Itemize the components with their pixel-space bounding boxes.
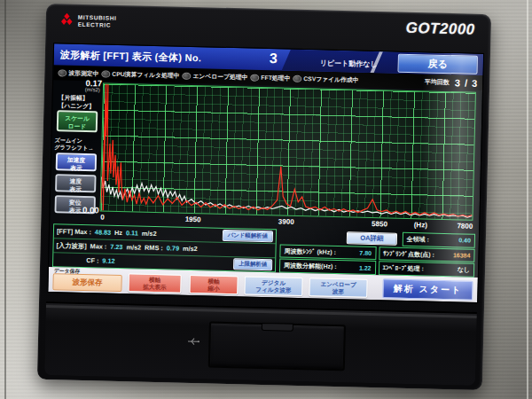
status-lamp-icon <box>101 70 110 77</box>
x-axis-zoom-out-button[interactable]: 横軸 縮小 <box>189 274 238 293</box>
waveform-save-button[interactable]: 波形保存 <box>52 273 121 292</box>
fft-max-amplitude: 0.11 <box>126 229 138 237</box>
status-lamp-icon <box>182 72 191 79</box>
fft-chart <box>100 83 476 221</box>
fft-trace-svg <box>101 84 475 220</box>
x-axis-zoom-in-button[interactable]: 横軸 拡大表示 <box>128 273 181 293</box>
usb-interface-cover[interactable] <box>208 322 346 372</box>
lamp-measuring: 波形測定中 <box>58 68 98 78</box>
analysis-start-button[interactable]: 解析 スタート <box>382 278 473 300</box>
overall-cell: 全領域 : 0.40 <box>402 232 475 248</box>
envelope-value: なし <box>458 266 471 275</box>
acceleration-display-button[interactable]: 加速度 表示 <box>56 153 97 171</box>
back-button[interactable]: 戻る <box>397 54 477 74</box>
crest-factor-value: 9.12 <box>102 257 114 265</box>
status-lamp-icon <box>293 74 301 82</box>
main-area: 0.17 (m/s2) 【片振幅】 【ハニング】 スケール ロード ズームイン … <box>50 80 482 233</box>
panel-seam-right <box>527 0 528 399</box>
average-count: 平均回数 3 / 3 <box>425 76 479 88</box>
device-lower-housing <box>44 301 477 386</box>
x-tick: 7800 <box>457 222 473 230</box>
freq-range-value: 7.80 <box>359 250 372 256</box>
scale-load-button[interactable]: スケール ロード <box>57 110 98 132</box>
chart-wrapper: 0 1950 3900 5850 (Hz) 7800 <box>99 82 482 233</box>
cover-latch <box>262 323 293 332</box>
got2000-logo: GOT2000 <box>405 20 475 39</box>
input-max-value: 7.23 <box>110 243 122 251</box>
y-axis-unit: (m/s2) <box>85 87 100 92</box>
got2000-hmi-device: MITSUBISHI ELECTRIC GOT2000 波形解析 [FFT] 表… <box>37 4 491 390</box>
save-note-label: データ保存 <box>54 267 80 276</box>
brand-line2: ELECTRIC <box>78 21 111 28</box>
panel-seam-left <box>4 0 6 399</box>
fft-readout-panel: [FFT] Max : 48.83 Hz 0.11 m/s2 バンド幅解析値 [… <box>52 223 277 272</box>
fft-max-frequency: 48.83 <box>95 228 111 236</box>
mitsubishi-logo: MITSUBISHI ELECTRIC <box>60 12 117 30</box>
lamp-cpu-filter: CPU演算フィルタ処理中 <box>101 69 179 80</box>
page-title: 波形解析 [FFT] 表示 (全体) No. <box>60 48 202 65</box>
mitsubishi-diamond-icon <box>60 12 74 28</box>
velocity-display-button[interactable]: 速度 表示 <box>55 174 96 192</box>
repeat-status: リピート動作なし <box>320 58 378 69</box>
lamp-envelope: エンベロープ処理中 <box>182 71 247 82</box>
touch-screen: 波形解析 [FFT] 表示 (全体) No. 3 リピート動作なし 戻る 波形測… <box>47 43 484 303</box>
sampling-value: 16384 <box>453 252 471 258</box>
x-tick: 3900 <box>278 217 294 225</box>
housing-edge-highlight <box>46 305 477 318</box>
spacer <box>280 229 345 244</box>
lamp-fft: FFT処理中 <box>250 73 290 82</box>
status-lamp-icon <box>58 69 66 76</box>
x-tick: 5850 <box>372 220 387 228</box>
waveform-number: 3 <box>270 51 278 66</box>
status-lamp-icon <box>250 74 259 81</box>
zoom-hint-label: ズームイン グラフシフト→ <box>54 137 94 153</box>
band-analysis-button[interactable]: バンド幅解析値 <box>223 230 273 242</box>
oa-detail-button[interactable]: OA詳細 <box>347 231 397 245</box>
settings-readout-panel: OA詳細 全領域 : 0.40 周波数ﾚﾝｼﾞ (kHz) : 7.80 ｻﾝﾌ… <box>279 229 475 277</box>
sampling-cell: ｻﾝﾌﾟﾘﾝｸﾞ点数(点) : 16384 <box>379 246 475 262</box>
x-tick: 0 <box>100 213 105 221</box>
brand-text: MITSUBISHI ELECTRIC <box>78 14 117 29</box>
x-axis-unit: (Hz) <box>414 221 427 229</box>
overall-value: 0.40 <box>458 238 471 244</box>
freq-range-cell: 周波数ﾚﾝｼﾞ (kHz) : 7.80 <box>279 244 376 260</box>
chart-sidebar: 0.17 (m/s2) 【片振幅】 【ハニング】 スケール ロード ズームイン … <box>50 80 103 223</box>
lamp-csv: CSVファイル作成中 <box>293 74 358 84</box>
y-axis-min: 0.00 <box>82 205 99 215</box>
rms-value: 0.79 <box>167 244 179 252</box>
resolution-value: 1.22 <box>359 264 372 270</box>
envelope-waveform-button[interactable]: エンベロープ 波形 <box>309 278 367 298</box>
usb-port-icon <box>187 333 200 349</box>
brand-line1: MITSUBISHI <box>78 14 117 21</box>
digital-filter-waveform-button[interactable]: デジタル フィルタ波形 <box>244 276 302 296</box>
upper-limit-analysis-button[interactable]: 上限解析値 <box>233 258 272 270</box>
x-tick: 1950 <box>185 215 201 223</box>
